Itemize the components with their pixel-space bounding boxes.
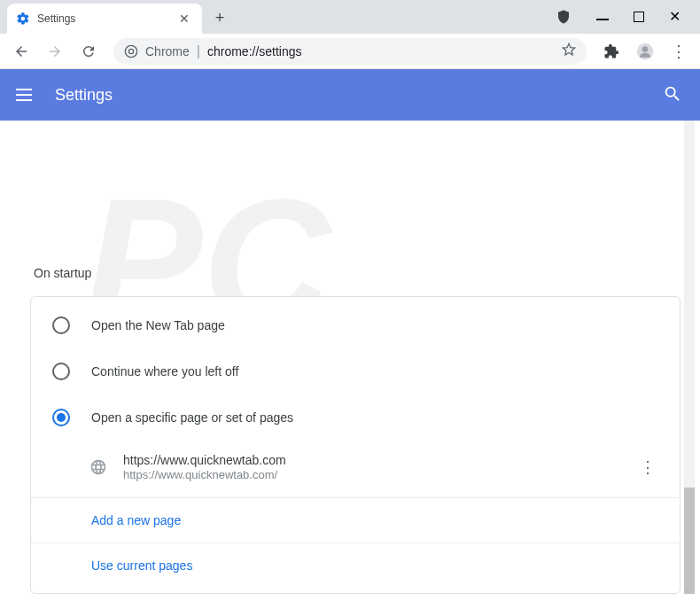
browser-menu-button[interactable]: ⋮ bbox=[665, 37, 693, 66]
section-title: On startup bbox=[30, 266, 681, 280]
content-area: On startup Open the New Tab page Continu… bbox=[5, 241, 700, 601]
profile-icon bbox=[636, 43, 654, 60]
menu-icon: ⋮ bbox=[671, 43, 687, 59]
search-icon bbox=[663, 84, 682, 104]
add-page-link: Add a new page bbox=[91, 513, 181, 527]
page-entry-url: https://www.quicknewtab.com/ bbox=[123, 468, 621, 481]
browser-tab[interactable]: Settings ✕ bbox=[7, 4, 202, 34]
advanced-toggle[interactable]: Advanced ▼ bbox=[30, 594, 681, 601]
new-tab-button[interactable]: + bbox=[207, 5, 232, 30]
radio-icon bbox=[52, 316, 70, 334]
omnibox-prefix: Chrome bbox=[145, 44, 190, 59]
page-entry-title: https://www.quicknewtab.com bbox=[123, 453, 621, 467]
extension-icon bbox=[603, 43, 619, 59]
forward-button[interactable] bbox=[41, 37, 69, 66]
svg-point-0 bbox=[125, 45, 136, 57]
add-page-row[interactable]: Add a new page bbox=[31, 497, 680, 542]
chrome-icon bbox=[124, 44, 138, 59]
radio-icon bbox=[52, 363, 70, 380]
close-icon[interactable]: ✕ bbox=[175, 12, 193, 26]
svg-point-1 bbox=[128, 49, 133, 53]
svg-point-3 bbox=[642, 46, 649, 52]
forward-icon bbox=[47, 43, 63, 59]
use-current-row[interactable]: Use current pages bbox=[31, 542, 680, 588]
globe-icon bbox=[89, 458, 107, 476]
page-title: Settings bbox=[55, 86, 663, 105]
minimize-button[interactable] bbox=[596, 13, 609, 20]
browser-toolbar: Chrome | chrome://settings ⋮ bbox=[0, 34, 700, 69]
radio-label: Continue where you left off bbox=[91, 364, 238, 379]
omnibox-url: chrome://settings bbox=[207, 44, 555, 59]
hamburger-icon bbox=[16, 89, 32, 90]
page-info: https://www.quicknewtab.com https://www.… bbox=[123, 453, 621, 481]
radio-option-newtab[interactable]: Open the New Tab page bbox=[31, 302, 680, 348]
radio-label: Open a specific page or set of pages bbox=[91, 410, 293, 425]
profile-button[interactable] bbox=[631, 37, 659, 66]
settings-header: Settings bbox=[0, 69, 700, 121]
window-close-button[interactable]: ✕ bbox=[669, 12, 681, 22]
radio-option-specific[interactable]: Open a specific page or set of pages bbox=[31, 394, 680, 441]
startup-card: Open the New Tab page Continue where you… bbox=[30, 296, 681, 594]
back-icon bbox=[13, 43, 29, 59]
page-entry-menu-button[interactable]: ⋮ bbox=[637, 457, 658, 477]
shield-icon[interactable] bbox=[556, 9, 572, 25]
radio-option-continue[interactable]: Continue where you left off bbox=[31, 348, 680, 394]
reload-button[interactable] bbox=[74, 37, 103, 66]
settings-search-button[interactable] bbox=[663, 84, 684, 105]
omnibox-divider: | bbox=[197, 43, 200, 59]
maximize-button[interactable] bbox=[634, 12, 644, 22]
omnibox[interactable]: Chrome | chrome://settings bbox=[113, 38, 587, 65]
radio-icon bbox=[52, 409, 70, 426]
plus-icon: + bbox=[215, 9, 225, 27]
gear-icon bbox=[16, 12, 30, 26]
hamburger-button[interactable] bbox=[16, 84, 37, 105]
use-current-link: Use current pages bbox=[91, 558, 192, 573]
back-button[interactable] bbox=[7, 37, 35, 66]
window-controls: ✕ bbox=[536, 0, 700, 34]
more-icon: ⋮ bbox=[640, 458, 656, 476]
reload-icon bbox=[81, 43, 97, 59]
extensions-button[interactable] bbox=[597, 37, 626, 66]
star-icon[interactable] bbox=[562, 43, 576, 60]
radio-label: Open the New Tab page bbox=[91, 318, 225, 332]
tab-title: Settings bbox=[37, 12, 168, 25]
startup-page-entry: https://www.quicknewtab.com https://www.… bbox=[31, 441, 680, 494]
